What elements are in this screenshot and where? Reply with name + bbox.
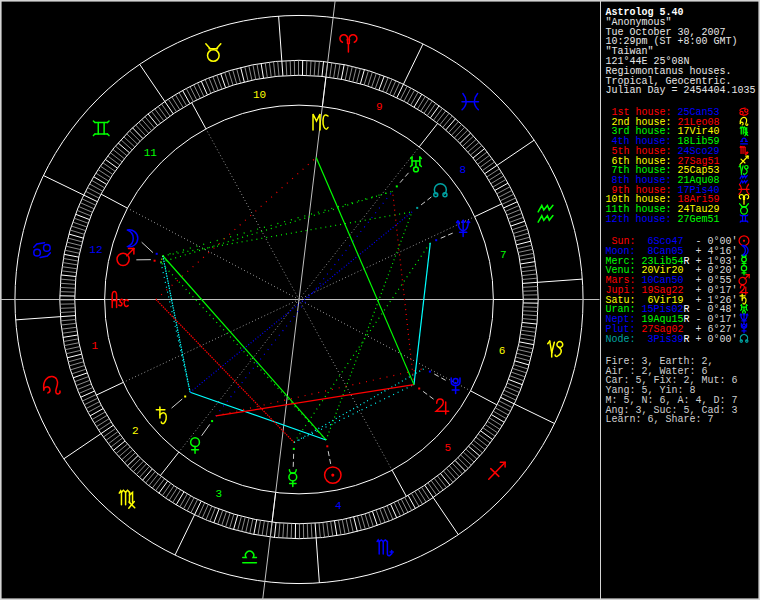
svg-text:9: 9 — [376, 101, 383, 113]
svg-text:6: 6 — [499, 345, 506, 357]
svg-text:Node: 3Pis39R + 0°00': Node: 3Pis39R + 0°00' — [606, 334, 738, 345]
svg-text:12: 12 — [89, 244, 102, 256]
svg-text:7: 7 — [500, 249, 507, 261]
svg-text:1: 1 — [91, 340, 98, 352]
svg-text:5: 5 — [444, 442, 451, 454]
svg-text:Learn: 6, Share: 7: Learn: 6, Share: 7 — [606, 414, 714, 425]
svg-text:2: 2 — [132, 425, 139, 437]
svg-text:Julian Day = 2454404.1035: Julian Day = 2454404.1035 — [606, 85, 756, 96]
svg-text:12th house: 27Gem51: 12th house: 27Gem51 — [606, 214, 720, 225]
svg-text:4: 4 — [335, 500, 342, 512]
svg-text:10: 10 — [253, 89, 266, 101]
svg-text:11: 11 — [144, 147, 158, 159]
svg-text:8: 8 — [459, 164, 466, 176]
svg-text:3: 3 — [215, 488, 222, 500]
